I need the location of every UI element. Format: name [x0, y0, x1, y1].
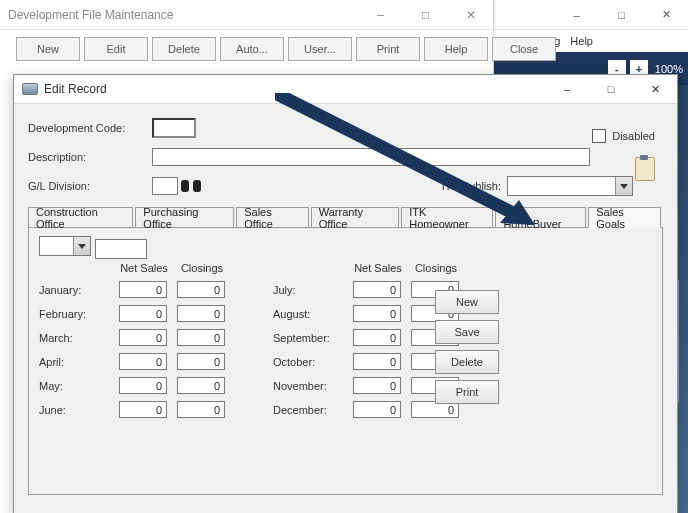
- tab-sales-goals[interactable]: Sales Goals: [588, 207, 661, 228]
- sales-goals-panel: Net Sales Closings Net Sales Closings Ja…: [28, 228, 663, 495]
- november-net-sales-input[interactable]: 0: [353, 377, 401, 394]
- bg-menu-help[interactable]: Help: [570, 35, 593, 47]
- label-september: September:: [273, 332, 345, 344]
- july-net-sales-input[interactable]: 0: [353, 281, 401, 298]
- chevron-down-icon: [78, 244, 86, 249]
- header-closings-right: Closings: [411, 262, 461, 274]
- december-net-sales-input[interactable]: 0: [353, 401, 401, 418]
- tab-warranty-office[interactable]: Warranty Office: [311, 207, 400, 227]
- toolbar-close-button[interactable]: Close: [492, 37, 556, 61]
- goals-print-button[interactable]: Print: [435, 380, 499, 404]
- header-closings-left: Closings: [177, 262, 227, 274]
- june-net-sales-input[interactable]: 0: [119, 401, 167, 418]
- tab-sales-office[interactable]: Sales Office: [236, 207, 309, 227]
- may-net-sales-input[interactable]: 0: [119, 377, 167, 394]
- parent-toolbar: New Edit Delete Auto... User... Print He…: [0, 30, 493, 68]
- bg-maximize-button[interactable]: □: [599, 0, 644, 29]
- sales-goals-buttons: New Save Delete Print: [435, 290, 499, 404]
- tab-purchasing-office[interactable]: Purchasing Office: [135, 207, 234, 227]
- label-itk-publish: ITK Publish:: [442, 180, 501, 192]
- goals-delete-button[interactable]: Delete: [435, 350, 499, 374]
- year-select[interactable]: [39, 236, 91, 256]
- label-december: December:: [273, 404, 345, 416]
- may-closings-input[interactable]: 0: [177, 377, 225, 394]
- february-net-sales-input[interactable]: 0: [119, 305, 167, 322]
- itk-publish-dropdown-button[interactable]: [615, 177, 632, 195]
- disabled-checkbox[interactable]: [592, 129, 606, 143]
- label-january: January:: [39, 284, 111, 296]
- edit-title: Edit Record: [44, 82, 107, 96]
- label-february: February:: [39, 308, 111, 320]
- april-closings-input[interactable]: 0: [177, 353, 225, 370]
- year-dropdown-button[interactable]: [73, 237, 90, 255]
- label-july: July:: [273, 284, 345, 296]
- january-net-sales-input[interactable]: 0: [119, 281, 167, 298]
- march-net-sales-input[interactable]: 0: [119, 329, 167, 346]
- label-june: June:: [39, 404, 111, 416]
- toolbar-edit-button[interactable]: Edit: [84, 37, 148, 61]
- goals-new-button[interactable]: New: [435, 290, 499, 314]
- label-november: November:: [273, 380, 345, 392]
- label-gl-division: G/L Division:: [28, 180, 152, 192]
- label-march: March:: [39, 332, 111, 344]
- toolbar-delete-button[interactable]: Delete: [152, 37, 216, 61]
- goals-save-button[interactable]: Save: [435, 320, 499, 344]
- itk-publish-select[interactable]: [507, 176, 633, 196]
- toolbar-new-button[interactable]: New: [16, 37, 80, 61]
- label-april: April:: [39, 356, 111, 368]
- label-description: Description:: [28, 151, 152, 163]
- binoculars-icon[interactable]: [180, 177, 202, 195]
- january-closings-input[interactable]: 0: [177, 281, 225, 298]
- tab-itk-homebuyer[interactable]: ITK HomeBuyer: [495, 207, 586, 227]
- june-closings-input[interactable]: 0: [177, 401, 225, 418]
- october-net-sales-input[interactable]: 0: [353, 353, 401, 370]
- april-net-sales-input[interactable]: 0: [119, 353, 167, 370]
- label-october: October:: [273, 356, 345, 368]
- development-code-input[interactable]: [152, 118, 196, 138]
- edit-titlebar[interactable]: Edit Record – □ ✕: [14, 75, 677, 104]
- tab-itk-homeowner[interactable]: ITK Homeowner: [401, 207, 493, 227]
- label-august: August:: [273, 308, 345, 320]
- year-adjacent-box[interactable]: [95, 239, 147, 259]
- march-closings-input[interactable]: 0: [177, 329, 225, 346]
- february-closings-input[interactable]: 0: [177, 305, 225, 322]
- bg-minimize-button[interactable]: –: [554, 0, 599, 29]
- tab-construction-office[interactable]: Construction Office: [28, 207, 133, 227]
- parent-maximize-button[interactable]: □: [403, 0, 448, 29]
- toolbar-help-button[interactable]: Help: [424, 37, 488, 61]
- toolbar-auto-button[interactable]: Auto...: [220, 37, 284, 61]
- disabled-checkbox-wrap[interactable]: Disabled: [592, 129, 655, 143]
- parent-minimize-button[interactable]: –: [358, 0, 403, 29]
- parent-titlebar: Development File Maintenance – □ ✕: [0, 0, 493, 30]
- edit-app-icon: [22, 83, 38, 95]
- description-input[interactable]: [152, 148, 590, 166]
- header-net-sales-left: Net Sales: [119, 262, 169, 274]
- august-net-sales-input[interactable]: 0: [353, 305, 401, 322]
- label-may: May:: [39, 380, 111, 392]
- edit-record-window: Edit Record – □ ✕ Development Code: Disa…: [13, 74, 678, 513]
- label-disabled: Disabled: [612, 130, 655, 142]
- chevron-down-icon: [620, 184, 628, 189]
- edit-close-button[interactable]: ✕: [633, 75, 677, 103]
- gl-division-input[interactable]: [152, 177, 178, 195]
- september-net-sales-input[interactable]: 0: [353, 329, 401, 346]
- sales-goals-grid: Net Sales Closings Net Sales Closings Ja…: [39, 262, 652, 418]
- edit-maximize-button[interactable]: □: [589, 75, 633, 103]
- edit-minimize-button[interactable]: –: [545, 75, 589, 103]
- clipboard-icon[interactable]: [635, 157, 655, 181]
- parent-title: Development File Maintenance: [8, 8, 173, 22]
- header-net-sales-right: Net Sales: [353, 262, 403, 274]
- label-development-code: Development Code:: [28, 122, 152, 134]
- bg-close-button[interactable]: ✕: [644, 0, 688, 29]
- tab-bar: Construction Office Purchasing Office Sa…: [28, 206, 663, 228]
- toolbar-user-button[interactable]: User...: [288, 37, 352, 61]
- toolbar-print-button[interactable]: Print: [356, 37, 420, 61]
- parent-close-button[interactable]: ✕: [448, 0, 493, 29]
